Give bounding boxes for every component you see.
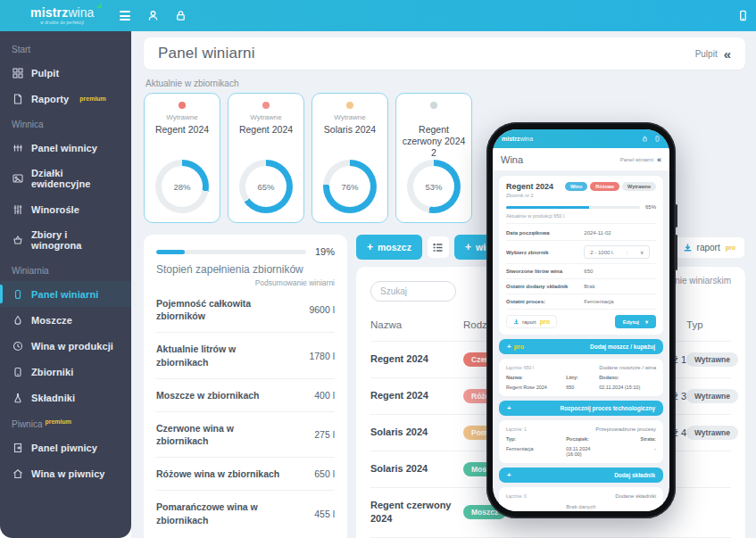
collapse-icon[interactable]: «: [724, 47, 731, 61]
status-dot: [179, 102, 186, 109]
sidebar-section-winnica: Winnica: [0, 112, 131, 135]
map-icon: [12, 173, 23, 185]
basket-icon: [12, 235, 23, 246]
add-moszcz-band[interactable]: +pro Dodaj moszcz / kupażuj: [499, 339, 663, 354]
fill-donut: 76%: [323, 160, 377, 213]
breadcrumb[interactable]: Pulpit: [695, 49, 718, 59]
tank-card[interactable]: Regent czerwony 2024 2 53%: [395, 93, 472, 223]
report-button[interactable]: raportpro: [506, 315, 557, 328]
sidebar-item-panel-winnicy[interactable]: Panel winnicy: [0, 135, 131, 161]
sidebar-item-wina-w-produkcji[interactable]: Wina w produkcji: [0, 333, 131, 359]
sidebar-item-zbiory[interactable]: Zbiory i winogrona: [0, 222, 131, 258]
phone-screen: mistrzwina Wina Panel winiarni « Regent …: [493, 129, 669, 511]
total-label: Łącznie: 0: [506, 493, 527, 499]
phone-page-title: Wina: [501, 154, 523, 165]
wine-progress-label: 65%: [645, 204, 656, 210]
processes-card: Łącznie: 1 Przeprowadzone procesy Typ:Fe…: [499, 420, 663, 463]
sidebar-section-start: Start: [0, 37, 131, 60]
summary-title: Stopień zapełnienia zbiorników: [156, 263, 335, 276]
add-ingredient-band[interactable]: + Dodaj składnik: [499, 468, 663, 483]
tank-card[interactable]: Wytrawne Regent 2024 65%: [228, 93, 304, 223]
moszcze-list-card: Łącznie: 650 l Dodane moszcze / wina Naz…: [499, 359, 663, 396]
droplet-icon: [12, 314, 23, 326]
lock-icon[interactable]: [642, 136, 648, 142]
clock-icon: [12, 340, 23, 352]
list-icon: [432, 242, 444, 253]
type-badge: Wytrawne: [686, 426, 738, 440]
logo[interactable]: mistrzwina w drodze do perfekcji: [30, 5, 94, 26]
phone-icon[interactable]: [654, 136, 660, 142]
summary-row: Pojemność całkowita zbiorników9600 l: [156, 287, 335, 333]
sidebar-item-panel-piwnicy[interactable]: Panel piwnicy: [0, 435, 131, 460]
status-dot: [262, 102, 270, 109]
tank-select[interactable]: 2 - 1000 l.| ∨: [584, 245, 650, 259]
fill-donut: 28%: [155, 160, 209, 213]
app-window: mistrzwina w drodze do perfekcji Start P…: [0, 0, 756, 538]
field-row: Ostatni proces:Fermentacja: [506, 294, 656, 310]
sidebar-item-moszcze[interactable]: Moszcze: [0, 307, 131, 333]
tank-card[interactable]: Wytrawne Regent 2024 28%: [144, 93, 220, 223]
wine-badge: Wytrawne: [622, 182, 656, 191]
door-icon: [12, 442, 23, 453]
phone-power-button: [676, 235, 678, 270]
document-icon: [12, 93, 23, 104]
user-icon[interactable]: [146, 10, 159, 22]
sidebar-item-pulpit[interactable]: Pulpit: [0, 60, 131, 86]
search-input[interactable]: [370, 281, 456, 302]
wine-subtitle: Zbiornik nr 2: [506, 193, 553, 198]
grid-icon: [12, 67, 23, 79]
plus-icon: +: [367, 241, 373, 253]
report-button[interactable]: raportpro: [673, 236, 745, 259]
pro-badge: pro: [540, 319, 550, 325]
sidebar-item-wina-w-piwnicy[interactable]: Wina w piwnicy: [0, 460, 131, 486]
sidebar-item-winorosle[interactable]: Winorośle: [0, 196, 131, 222]
phone-page-header: Wina Panel winiarni «: [493, 148, 669, 170]
production-note: Aktualnie w produkcji 650 l.: [506, 213, 656, 224]
flask-icon: [12, 392, 23, 403]
sidebar-section-winiarnia: Winiarnia: [0, 258, 131, 281]
start-process-band[interactable]: + Rozpocznij proces technologiczny: [499, 401, 663, 416]
sidebar-item-dzialki[interactable]: Działki ewidencyjne: [0, 161, 131, 196]
trellis-icon: [12, 142, 23, 153]
edit-button[interactable]: Edytuj▾: [615, 315, 656, 328]
premium-badge: premium: [45, 418, 71, 425]
list-view-button[interactable]: [428, 236, 449, 258]
logo-text-accent: wina: [68, 5, 94, 20]
tank-type: Wytrawne: [250, 113, 282, 122]
field-row: Data początkowa2024-11-02: [506, 226, 656, 241]
sliders-icon: [12, 203, 23, 215]
collapse-icon[interactable]: «: [657, 155, 661, 164]
home-icon: [12, 468, 23, 479]
fill-progress-label: 19%: [315, 246, 335, 257]
wine-badge: Różowe: [590, 182, 619, 191]
sidebar: Start Pulpit Raporty premium Winnica Pan…: [0, 31, 131, 538]
wine-progressbar: [506, 206, 640, 209]
col-typ: Typ: [686, 314, 731, 342]
phone-logo: mistrzwina: [502, 136, 533, 142]
sidebar-item-zbiorniki[interactable]: Zbiorniki: [0, 359, 131, 385]
sidebar-item-panel-winiarni[interactable]: Panel winiarni: [0, 281, 131, 307]
plus-icon: +: [507, 343, 511, 351]
card-caption: Dodane moszcze / wina: [599, 365, 656, 370]
sidebar-item-skladniki[interactable]: Składniki: [0, 385, 131, 410]
fill-percent: 53%: [425, 182, 442, 192]
add-moszcz-button[interactable]: +moszcz: [356, 235, 422, 260]
page-header: Panel winiarni Pulpit «: [144, 37, 745, 70]
total-label: Łącznie: 1: [506, 426, 527, 432]
summary-subtitle: Podsumowanie winiarni: [156, 278, 335, 287]
download-icon: [683, 243, 693, 252]
phone-breadcrumb[interactable]: Panel winiarni: [620, 157, 653, 162]
phone-icon[interactable]: [736, 10, 749, 22]
summary-row: Różowe wina w zbiornikach650 l: [156, 458, 335, 491]
summary-card: 19% Stopień zapełnienia zbiorników Podsu…: [144, 235, 347, 538]
plus-icon: +: [507, 471, 511, 479]
field-row: Ostatni dodany składnikBrak: [506, 279, 656, 294]
tank-type: Wytrawne: [166, 113, 198, 122]
lock-icon[interactable]: [174, 10, 187, 22]
menu-icon[interactable]: [119, 10, 131, 22]
tank-card[interactable]: Wytrawne Solaris 2024 76%: [312, 93, 388, 223]
summary-row: Czerwone wina w zbiornikach275 l: [156, 412, 335, 458]
premium-badge: premium: [79, 95, 106, 102]
wine-badge: Wino: [565, 182, 587, 191]
sidebar-item-raporty[interactable]: Raporty premium: [0, 86, 131, 112]
